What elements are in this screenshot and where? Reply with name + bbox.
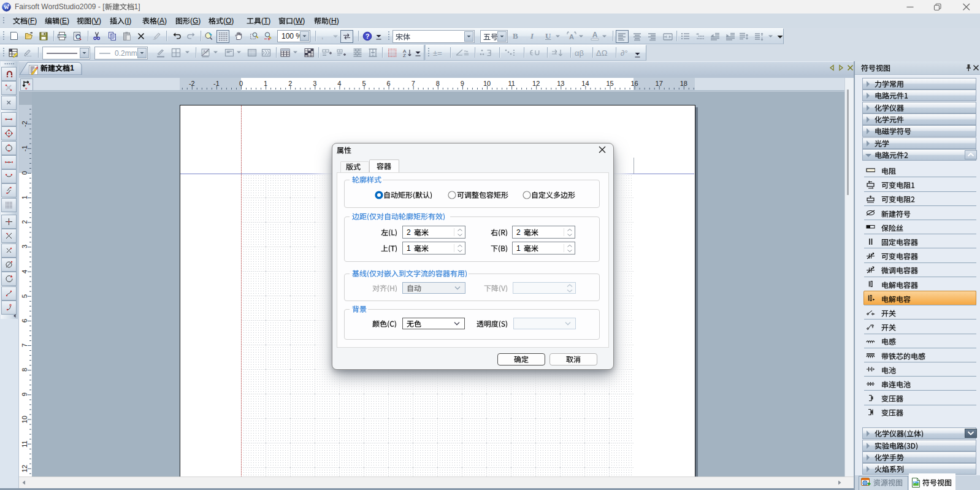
svg-text:Z: Z (403, 53, 406, 58)
svg-text:A: A (569, 33, 574, 40)
svg-text:y: y (25, 86, 28, 90)
svg-text:A: A (592, 31, 598, 39)
svg-text:x: x (28, 82, 31, 86)
svg-text:?: ? (366, 33, 370, 40)
